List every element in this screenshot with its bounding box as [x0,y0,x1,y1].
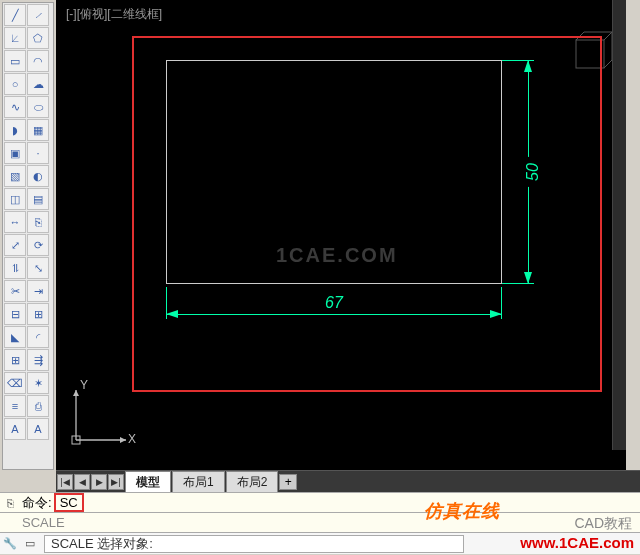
match-properties-tool[interactable]: ⎙ [27,395,49,417]
command-tool-icon[interactable]: 🔧 [2,536,18,552]
tab-model[interactable]: 模型 [125,471,171,493]
ucs-icon: X Y [66,380,136,450]
watermark-center: 1CAE.COM [276,244,398,267]
drawing-canvas[interactable]: [-][俯视][二维线框] 67 50 1CAE.COM [56,0,626,470]
command-prefix: 命令: [22,494,52,512]
insert-block-tool[interactable]: ▦ [27,119,49,141]
text-tool[interactable]: A [4,418,26,440]
ucs-y-label: Y [80,378,88,392]
command-expand-icon[interactable]: ▭ [22,536,38,552]
tab-nav-prev[interactable]: ◀ [74,474,90,490]
tab-layout1[interactable]: 布局1 [172,471,225,493]
watermark-brand: 仿真在线 [424,499,500,523]
tab-nav-first[interactable]: |◀ [57,474,73,490]
table-tool[interactable]: ▤ [27,188,49,210]
horizontal-dimension[interactable]: 67 [164,290,504,324]
trim-tool[interactable]: ✂ [4,280,26,302]
line-tool[interactable]: ╱ [4,4,26,26]
svg-line-3 [604,60,612,68]
svg-marker-9 [73,390,79,396]
command-history-line-1: ⎘ 命令: SC [0,492,640,512]
tab-add-layout[interactable]: + [279,474,297,490]
polygon-tool[interactable]: ⬠ [27,27,49,49]
view-label[interactable]: [-][俯视][二维线框] [66,6,162,23]
mtext-tool[interactable]: A [27,418,49,440]
make-block-tool[interactable]: ▣ [4,142,26,164]
ellipse-arc-tool[interactable]: ◗ [4,119,26,141]
layout-tabs: |◀ ◀ ▶ ▶| 模型 布局1 布局2 + [56,470,640,492]
arc-tool[interactable]: ◠ [27,50,49,72]
region-tool[interactable]: ◫ [4,188,26,210]
copy-tool[interactable]: ⎘ [27,211,49,233]
polyline-tool[interactable]: ⟀ [4,27,26,49]
fillet-tool[interactable]: ◜ [27,326,49,348]
join-tool[interactable]: ⊞ [27,303,49,325]
hatch-tool[interactable]: ▧ [4,165,26,187]
svg-line-2 [604,32,612,40]
move-tool[interactable]: ↔ [4,211,26,233]
spline-tool[interactable]: ∿ [4,96,26,118]
ellipse-tool[interactable]: ⬭ [27,96,49,118]
watermark-url: www.1CAE.com [520,534,634,551]
break-tool[interactable]: ⊟ [4,303,26,325]
gradient-tool[interactable]: ◐ [27,165,49,187]
offset-tool[interactable]: ⇶ [27,349,49,371]
dimension-height-value: 50 [524,157,542,187]
vertical-dimension[interactable]: 50 [504,58,538,286]
mirror-tool[interactable]: ⥮ [4,257,26,279]
command-history-line-2: SCALE [0,512,640,532]
scale-tool[interactable]: ⤡ [27,257,49,279]
dimension-width-value: 67 [319,294,349,312]
array-tool[interactable]: ⊞ [4,349,26,371]
circle-tool[interactable]: ○ [4,73,26,95]
command-input[interactable] [44,535,464,553]
command-history-icon: ⎘ [2,495,18,511]
svg-marker-7 [120,437,126,443]
tab-nav-last[interactable]: ▶| [108,474,124,490]
properties-tool[interactable]: ≡ [4,395,26,417]
chamfer-tool[interactable]: ◣ [4,326,26,348]
rectangle-tool[interactable]: ▭ [4,50,26,72]
point-tool[interactable]: · [27,142,49,164]
tab-nav-next[interactable]: ▶ [91,474,107,490]
construction-line-tool[interactable]: ⟋ [27,4,49,26]
watermark-cad: CAD教程 [574,515,632,533]
explode-tool[interactable]: ✶ [27,372,49,394]
draw-toolbar: ╱⟋⟀⬠▭◠○☁∿⬭◗▦▣·▧◐◫▤↔⎘⤢⟳⥮⤡✂⇥⊟⊞◣◜⊞⇶⌫✶≡⎙AA [2,2,54,470]
rotate-tool[interactable]: ⟳ [27,234,49,256]
tab-layout2[interactable]: 布局2 [226,471,279,493]
stretch-tool[interactable]: ⤢ [4,234,26,256]
ucs-x-label: X [128,432,136,446]
erase-tool[interactable]: ⌫ [4,372,26,394]
extend-tool[interactable]: ⇥ [27,280,49,302]
revision-cloud-tool[interactable]: ☁ [27,73,49,95]
command-echo: SCALE [2,515,65,530]
command-typed: SC [54,493,84,512]
vertical-scrollbar[interactable] [612,0,626,450]
